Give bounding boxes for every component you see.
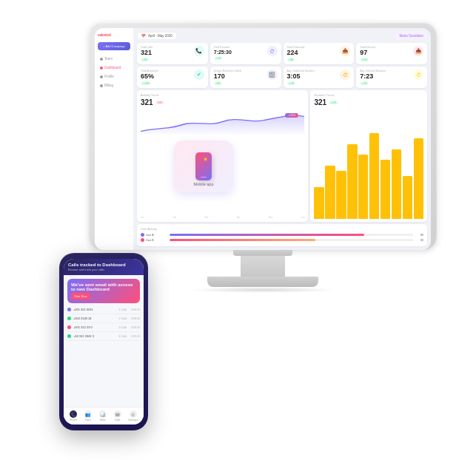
ua-row-2: User B 60 xyxy=(141,238,423,242)
dashboard-header: 📅 April - May 2020 Maria Sandalian xyxy=(137,32,427,40)
total-outbound-sub: +100 xyxy=(287,58,351,61)
phone-banner-title: We've sent email with access to new Dash… xyxy=(71,283,136,291)
list-dot-1 xyxy=(67,308,71,311)
list-item: +001 321 0021 1 Calls 0:00:10 xyxy=(67,305,140,314)
phone-nav-settings[interactable]: ⚙ Settings xyxy=(128,410,138,422)
sidebar-item-billing[interactable]: Billing xyxy=(98,82,130,89)
stats-row-2: ✔ Total Answered 65% +1.06% 🔢 Unique Num… xyxy=(137,67,427,88)
list-calls-4: 4 Calls xyxy=(119,335,127,338)
list-dot-4 xyxy=(67,334,71,338)
bar-2 xyxy=(325,166,335,220)
sidebar-item-dashboard[interactable]: Dashboard xyxy=(98,64,130,71)
duration-trend-badge: +1.4% xyxy=(329,101,338,104)
chart-x-axis: JanFebMarAprMayJun xyxy=(141,216,304,219)
phone-nav-team[interactable]: 👥 Team xyxy=(84,410,92,422)
list-item: +001 312 23 0 3 Calls 0:00:10 xyxy=(67,323,140,332)
phone-nav-settings-icon: ⚙ xyxy=(130,410,137,418)
duration-trend-card: Duration Trend 321 +1.4% xyxy=(310,90,427,222)
activity-trend-badge: -0.8% xyxy=(155,101,164,104)
phone-nav-calls[interactable]: ☎ Calls xyxy=(114,410,121,422)
duration-trend-value: 321 xyxy=(314,98,326,106)
phone-nav-phone[interactable]: 📞 Phone xyxy=(70,410,77,422)
illustration-stars: ★ xyxy=(203,156,208,163)
monitor-neck xyxy=(241,256,285,277)
date-range[interactable]: 📅 April - May 2020 xyxy=(137,32,177,40)
phone-nav-stats-label: Stats xyxy=(100,419,106,422)
ua-row-1: User A 80 xyxy=(141,233,423,237)
phone-nav-calls-label: Calls xyxy=(115,419,121,422)
total-inbound-sub: +1:06 xyxy=(360,58,423,61)
sidebar-item-profile[interactable]: Profile xyxy=(98,73,130,80)
total-calls-badge: +100 xyxy=(141,58,149,61)
bar-5 xyxy=(358,155,368,219)
phone-outer: Calls tracked to Dashboard Browse and tr… xyxy=(59,253,148,430)
bar-7 xyxy=(381,160,390,219)
mobile-phone: Calls tracked to Dashboard Browse and tr… xyxy=(59,253,148,430)
stat-card-avg-outbound: ⏱ Avg. Outbound Duration 3:05 +1:06 xyxy=(284,67,355,88)
phone-banner-button[interactable]: Start Now xyxy=(71,293,90,300)
dashboard-main: 📅 April - May 2020 Maria Sandalian 📞 Tot… xyxy=(133,28,431,250)
answered-badge: +1.06% xyxy=(141,81,151,85)
phone-header: Calls tracked to Dashboard Browse and tr… xyxy=(64,259,144,275)
calendar-icon: 📅 xyxy=(141,34,146,38)
sidebar-item-team[interactable]: Team xyxy=(98,55,130,62)
duration-trend-title: Duration Trend xyxy=(314,93,423,97)
ua-bar-bg-2 xyxy=(170,239,413,241)
phone-nav-phone-icon: 📞 xyxy=(70,410,77,418)
activity-trend-title: Activity Trend xyxy=(141,93,304,97)
ua-dot-1 xyxy=(141,233,144,237)
scene: salestral + Add Campaign Team Dashboard xyxy=(0,0,476,460)
answered-icon: ✔ xyxy=(194,70,204,80)
ua-bar-1 xyxy=(170,234,364,236)
phone-nav-stats[interactable]: 📊 Stats xyxy=(99,410,107,422)
monitor-stand-shadow xyxy=(189,287,337,293)
total-duration-badge: +7:06 xyxy=(214,56,223,60)
app-logo: salestral xyxy=(98,33,130,37)
calls-icon: 📞 xyxy=(194,46,204,56)
illustration-box: ★ Mobile app xyxy=(174,141,233,192)
phone-screen: Calls tracked to Dashboard Browse and tr… xyxy=(64,259,144,425)
stat-card-total-outbound: 📤 Total Outbound 224 +100 xyxy=(284,43,355,64)
phone-bottom-nav: 📞 Phone 👥 Team 📊 Stats ☎ Calls xyxy=(64,407,144,425)
list-dot-3 xyxy=(67,325,71,329)
add-campaign-button[interactable]: + Add Campaign xyxy=(98,42,130,50)
nav-dot-billing xyxy=(100,84,103,87)
stat-card-unique: 🔢 Unique Numbers Called 170 +100 xyxy=(210,67,281,88)
avg-inbound-badge: +1:06 xyxy=(360,81,369,85)
activity-trend-value: 321 xyxy=(141,98,153,106)
list-calls-1: 1 Calls xyxy=(119,308,127,311)
list-calls-3: 3 Calls xyxy=(119,326,127,329)
ua-bar-2 xyxy=(170,239,315,241)
stat-card-total-calls: 📞 Total Calls 321 +100 xyxy=(137,43,208,64)
duration-icon: ⏱ xyxy=(267,46,278,56)
avg-inbound-sub: +1:06 xyxy=(360,81,423,85)
bar-10 xyxy=(414,138,423,219)
stats-row-1: 📞 Total Calls 321 +100 ⏱ Total Duration xyxy=(137,43,427,64)
bar-3 xyxy=(336,171,346,219)
avg-outbound-badge: +1:06 xyxy=(287,81,296,85)
total-calls-sub: +100 xyxy=(141,58,204,61)
monitor-neck-top xyxy=(233,250,292,256)
bar-4 xyxy=(347,144,357,220)
unique-badge: +100 xyxy=(214,81,222,85)
nav-dot-dashboard xyxy=(100,67,103,70)
total-duration-sub: +7:06 xyxy=(214,56,278,60)
ua-name-2: User B xyxy=(146,239,168,242)
phone-nav-team-icon: 👥 xyxy=(84,410,92,418)
list-text-2: +002 2140 24 xyxy=(73,317,117,320)
stat-card-answered: ✔ Total Answered 65% +1.06% xyxy=(137,67,208,88)
user-activity-title: User Activity xyxy=(141,227,423,231)
phone-call-list: +001 321 0021 1 Calls 0:00:10 +002 2140 … xyxy=(64,305,144,407)
list-right-4: 0:00:10 xyxy=(131,335,140,338)
bar-9 xyxy=(403,176,412,219)
activity-trend-pill: +0.8% xyxy=(285,112,298,118)
stat-card-avg-inbound: ⏱ Avg. Inbound Duration 7:23 +1:06 xyxy=(356,67,427,88)
phone-header-title: Calls tracked to Dashboard xyxy=(68,263,139,267)
bar-6 xyxy=(369,133,379,219)
ua-val-2: 60 xyxy=(415,239,423,242)
phone-banner: We've sent email with access to new Dash… xyxy=(67,279,140,303)
date-range-label: April - May 2020 xyxy=(148,34,172,38)
ua-name-1: User A xyxy=(146,234,168,237)
duration-bar-chart xyxy=(314,109,423,219)
list-item: +34 552 2643 3 4 Calls 0:00:10 xyxy=(67,332,140,341)
